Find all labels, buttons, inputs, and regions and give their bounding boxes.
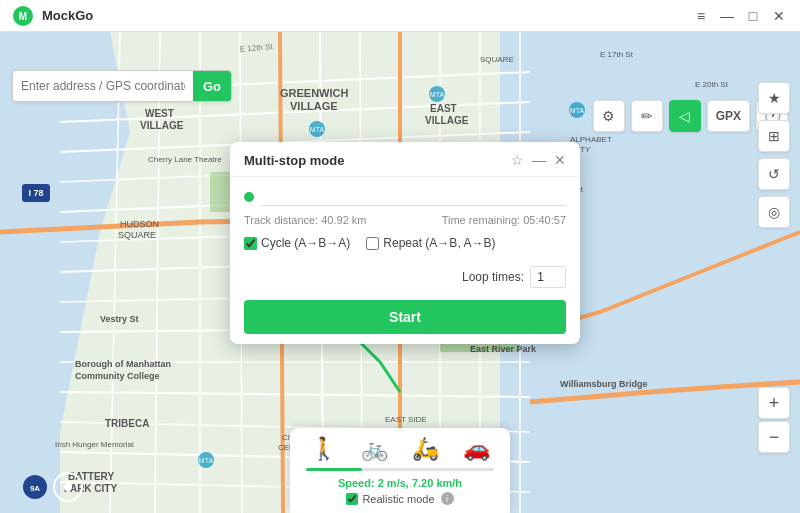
speed-bar-fill: [306, 468, 362, 471]
svg-text:WEST: WEST: [145, 108, 174, 119]
speed-progress-bar: [306, 468, 494, 471]
motorbike-mode-button[interactable]: 🛵: [412, 436, 439, 462]
modal-title: Multi-stop mode: [244, 153, 344, 168]
repeat-option: Repeat (A→B, A→B): [366, 236, 495, 250]
minimize-button[interactable]: —: [718, 7, 736, 25]
bike-mode-button[interactable]: 🚲: [361, 436, 388, 462]
map-background: WEST VILLAGE GREENWICH VILLAGE EAST VILL…: [0, 32, 800, 513]
svg-text:Williamsburg Bridge: Williamsburg Bridge: [560, 379, 647, 389]
app-logo-icon: M: [12, 5, 34, 27]
menu-button[interactable]: ≡: [692, 7, 710, 25]
title-bar-left: M MockGo: [12, 5, 93, 27]
realistic-mode-container: Realistic mode i: [306, 492, 494, 505]
share-button[interactable]: ◁: [669, 100, 701, 132]
share-icon: ◁: [679, 108, 690, 124]
car-mode-button[interactable]: 🚗: [463, 436, 490, 462]
svg-text:M: M: [19, 11, 27, 22]
star-button[interactable]: ★: [758, 82, 790, 114]
repeat-checkbox[interactable]: [366, 237, 379, 250]
track-distance: Track distance: 40.92 km: [244, 214, 366, 226]
app-title: MockGo: [42, 8, 93, 23]
waypoint-dot: [244, 192, 254, 202]
transport-bar: 🚶 🚲 🛵 🚗 Speed: 2 m/s, 7.20 km/h Realisti…: [290, 428, 510, 513]
address-input[interactable]: [13, 79, 193, 93]
refresh-button[interactable]: ↺: [758, 158, 790, 190]
speed-info: Speed: 2 m/s, 7.20 km/h: [306, 477, 494, 489]
svg-text:VILLAGE: VILLAGE: [425, 115, 469, 126]
modal-body: Track distance: 40.92 km Time remaining:…: [230, 177, 580, 344]
multi-stop-modal: Multi-stop mode ☆ — ✕ Track distance: 40…: [230, 142, 580, 344]
modal-controls: ☆ — ✕: [511, 152, 566, 168]
refresh-icon: ↺: [768, 166, 780, 182]
modal-header: Multi-stop mode ☆ — ✕: [230, 142, 580, 177]
cycle-option: Cycle (A→B→A): [244, 236, 350, 250]
svg-text:PARK CITY: PARK CITY: [64, 483, 117, 494]
svg-text:Vestry St: Vestry St: [100, 314, 139, 324]
cycle-checkbox[interactable]: [244, 237, 257, 250]
svg-text:MTA: MTA: [199, 457, 214, 464]
modal-close-button[interactable]: ✕: [554, 152, 566, 168]
svg-text:Irish Hunger Memorial: Irish Hunger Memorial: [55, 440, 134, 449]
repeat-label: Repeat (A→B, A→B): [383, 236, 495, 250]
svg-text:Borough of Manhattan: Borough of Manhattan: [75, 359, 171, 369]
svg-text:EAST SIDE: EAST SIDE: [385, 415, 427, 424]
settings-button[interactable]: ⚙: [593, 100, 625, 132]
svg-point-67: [64, 483, 72, 491]
svg-text:MTA: MTA: [310, 126, 325, 133]
cycle-label: Cycle (A→B→A): [261, 236, 350, 250]
track-info: Track distance: 40.92 km Time remaining:…: [244, 214, 566, 226]
svg-text:Community College: Community College: [75, 371, 160, 381]
pencil-button[interactable]: ✏: [631, 100, 663, 132]
top-bar: Go ⚙ ✏ ◁ GPX 🕐: [0, 64, 800, 108]
svg-text:I 78: I 78: [28, 188, 43, 198]
realistic-mode-info-icon[interactable]: i: [441, 492, 454, 505]
maximize-button[interactable]: □: [744, 7, 762, 25]
speed-value: 2 m/s, 7.20 km/h: [378, 477, 462, 489]
go-button[interactable]: Go: [193, 70, 231, 102]
speed-label: Speed:: [338, 477, 375, 489]
realistic-mode-checkbox[interactable]: [346, 493, 358, 505]
title-bar: M MockGo ≡ — □ ✕: [0, 0, 800, 32]
location-button[interactable]: ◎: [758, 196, 790, 228]
zoom-in-button[interactable]: +: [758, 387, 790, 419]
right-toolbar: ★ ⊞ ↺ ◎: [758, 82, 790, 228]
start-button[interactable]: Start: [244, 300, 566, 334]
zoom-controls: + −: [758, 387, 790, 453]
waypoint-row: [244, 187, 566, 206]
time-remaining: Time remaining: 05:40:57: [442, 214, 566, 226]
svg-text:VILLAGE: VILLAGE: [140, 120, 184, 131]
transport-mode-selector: 🚶 🚲 🛵 🚗: [306, 436, 494, 462]
title-bar-controls: ≡ — □ ✕: [692, 7, 788, 25]
loop-times-group: Loop times:: [462, 266, 566, 288]
location-icon: ◎: [768, 204, 780, 220]
realistic-mode-label: Realistic mode: [362, 493, 434, 505]
svg-text:SQUARE: SQUARE: [118, 230, 156, 240]
loop-input[interactable]: [530, 266, 566, 288]
svg-text:MTA: MTA: [570, 107, 585, 114]
svg-text:HUDSON: HUDSON: [120, 219, 159, 229]
svg-text:E 17th St: E 17th St: [600, 50, 634, 59]
modal-minimize-button[interactable]: —: [532, 152, 546, 168]
waypoint-input[interactable]: [262, 187, 566, 206]
svg-text:TRIBECA: TRIBECA: [105, 418, 149, 429]
layers-icon: ⊞: [768, 128, 780, 144]
svg-text:East River Park: East River Park: [470, 344, 537, 354]
address-input-container[interactable]: Go: [12, 70, 232, 102]
modal-star-button[interactable]: ☆: [511, 152, 524, 168]
walk-mode-button[interactable]: 🚶: [310, 436, 337, 462]
gpx-button[interactable]: GPX: [707, 100, 750, 132]
layers-button[interactable]: ⊞: [758, 120, 790, 152]
svg-text:SQUARE: SQUARE: [480, 55, 514, 64]
svg-text:9A: 9A: [30, 484, 40, 493]
pencil-icon: ✏: [641, 108, 653, 124]
map-container: WEST VILLAGE GREENWICH VILLAGE EAST VILL…: [0, 32, 800, 513]
close-button[interactable]: ✕: [770, 7, 788, 25]
options-row: Cycle (A→B→A) Repeat (A→B, A→B) Loop tim…: [244, 236, 566, 288]
svg-text:BATTERY: BATTERY: [68, 471, 114, 482]
star-icon: ★: [768, 90, 781, 106]
loop-label: Loop times:: [462, 270, 524, 284]
svg-text:Cherry Lane Theatre: Cherry Lane Theatre: [148, 155, 222, 164]
settings-icon: ⚙: [602, 108, 615, 124]
zoom-out-button[interactable]: −: [758, 421, 790, 453]
